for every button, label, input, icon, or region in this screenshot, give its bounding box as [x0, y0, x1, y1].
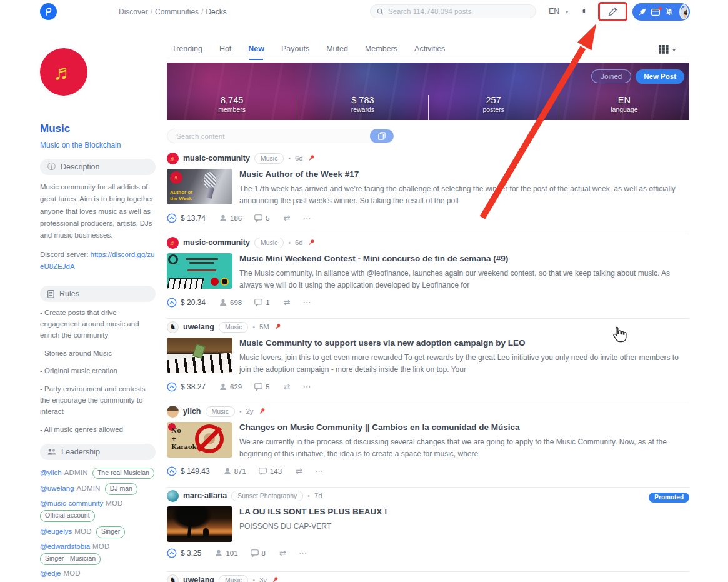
post-excerpt[interactable]: The Music community, in alliance with @l…	[239, 268, 689, 291]
tab-payouts[interactable]: Payouts	[281, 44, 309, 54]
community-title[interactable]: Music	[40, 123, 156, 135]
author-avatar[interactable]: ♞	[167, 321, 179, 333]
community-badge[interactable]: Music	[254, 238, 284, 248]
tab-members[interactable]: Members	[365, 44, 397, 54]
post-excerpt[interactable]: POISSONS DU CAP-VERT	[239, 521, 689, 533]
comments-count[interactable]: 143	[259, 468, 282, 475]
tab-muted[interactable]: Muted	[326, 44, 348, 54]
post-author[interactable]: ylich	[183, 407, 201, 416]
votes-count[interactable]: 629	[219, 383, 242, 391]
wallet-icon[interactable]	[651, 9, 660, 16]
post-author[interactable]: music-community	[183, 154, 250, 163]
search-input[interactable]	[388, 8, 529, 15]
community-tagline-link[interactable]: Music on the Blockchain	[40, 141, 156, 149]
breadcrumb-discover[interactable]: Discover	[119, 8, 148, 16]
post-author[interactable]: marc-allaria	[183, 491, 227, 500]
reblog-icon[interactable]: ⇄	[284, 298, 291, 307]
upvote-button[interactable]	[167, 298, 177, 308]
more-options-icon[interactable]: ⋯	[303, 298, 312, 307]
copy-filter-button[interactable]	[370, 129, 394, 143]
votes-count[interactable]: 101	[215, 549, 237, 557]
leader-username[interactable]: @ylich	[40, 469, 62, 476]
upvote-button[interactable]	[167, 466, 177, 476]
post-age[interactable]: 6d	[295, 154, 303, 162]
user-avatar[interactable]	[679, 4, 689, 19]
more-options-icon[interactable]: ⋯	[299, 548, 307, 558]
new-post-button[interactable]: New Post	[636, 69, 684, 84]
author-avatar[interactable]: ♞	[167, 574, 179, 582]
votes-count[interactable]: 871	[224, 468, 246, 475]
reblog-icon[interactable]: ⇄	[279, 548, 286, 558]
post-age[interactable]: 7d	[314, 492, 322, 499]
tab-new[interactable]: New	[248, 44, 264, 54]
community-badge[interactable]: Music	[219, 322, 248, 333]
community-avatar[interactable]: ♬	[40, 48, 87, 96]
post-title[interactable]: Music Mini Weekend Contest - Mini concur…	[239, 253, 689, 264]
post-thumbnail[interactable]	[167, 506, 232, 542]
author-avatar[interactable]	[167, 490, 179, 502]
comments-count[interactable]: 8	[251, 549, 266, 557]
author-avatar[interactable]: ♬	[167, 237, 179, 249]
breadcrumb-communities[interactable]: Communities	[155, 8, 199, 16]
layout-switcher[interactable]: ▾	[659, 45, 676, 54]
upvote-button[interactable]	[167, 213, 177, 223]
post-thumbnail[interactable]	[167, 338, 232, 373]
post-payout[interactable]: $ 149.43	[181, 467, 210, 476]
post-thumbnail[interactable]	[167, 253, 232, 289]
theme-toggle-icon[interactable]: ◐	[582, 5, 588, 16]
leader-username[interactable]: @uwelang	[40, 484, 74, 492]
post-title[interactable]: Music Community to support users via new…	[239, 338, 689, 348]
content-search-input[interactable]	[167, 133, 370, 140]
votes-count[interactable]: 698	[219, 299, 242, 306]
post-payout[interactable]: $ 20.34	[181, 298, 206, 307]
leader-username[interactable]: @edje	[40, 569, 61, 577]
post-age[interactable]: 6d	[295, 239, 303, 246]
comments-count[interactable]: 1	[254, 299, 269, 306]
post-title[interactable]: Music Author of the Week #17	[239, 169, 689, 179]
post-thumbnail[interactable]: No+Karaoke	[167, 422, 232, 458]
notifications-muted-bell-icon[interactable]	[665, 8, 674, 16]
author-avatar[interactable]	[167, 406, 179, 418]
tab-hot[interactable]: Hot	[219, 44, 231, 54]
post-thumbnail[interactable]: ♬ Author ofthe Week	[167, 169, 232, 204]
joined-button[interactable]: Joined	[591, 69, 631, 83]
reblog-icon[interactable]: ⇄	[284, 213, 291, 223]
community-badge[interactable]: Music	[219, 575, 248, 582]
post-age[interactable]: 2y	[246, 408, 253, 415]
language-selector[interactable]: EN ▾	[549, 7, 568, 16]
post-payout[interactable]: $ 3.25	[181, 549, 201, 558]
post-excerpt[interactable]: The 17th week has arrived and we're faci…	[239, 183, 689, 207]
peakd-logo-icon[interactable]	[40, 3, 57, 20]
leader-username[interactable]: @eugelys	[40, 528, 72, 535]
tab-activities[interactable]: Activities	[414, 44, 445, 54]
upvote-button[interactable]	[167, 382, 177, 392]
community-badge[interactable]: Music	[254, 153, 284, 164]
leader-username[interactable]: @music-community	[40, 499, 103, 507]
votes-count[interactable]: 186	[219, 214, 242, 222]
breadcrumb-decks[interactable]: Decks	[206, 8, 226, 16]
post-author[interactable]: uwelang	[183, 576, 214, 582]
reblog-icon[interactable]: ⇄	[284, 382, 291, 391]
pencil-icon[interactable]	[607, 6, 618, 17]
post-author[interactable]: uwelang	[183, 323, 214, 331]
community-badge[interactable]: Sunset Photography	[231, 491, 303, 501]
author-avatar[interactable]: ♬	[167, 153, 179, 164]
tab-trending[interactable]: Trending	[172, 44, 202, 54]
community-badge[interactable]: Music	[206, 406, 235, 417]
post-excerpt[interactable]: We are currently in the process of discu…	[239, 436, 689, 460]
more-options-icon[interactable]: ⋯	[303, 213, 312, 223]
post-payout[interactable]: $ 38.27	[181, 383, 206, 391]
upvote-button[interactable]	[167, 548, 177, 558]
leader-username[interactable]: @edwardstobia	[40, 543, 90, 550]
post-excerpt[interactable]: Music lovers, join this to get even more…	[239, 352, 689, 376]
more-options-icon[interactable]: ⋯	[303, 382, 312, 391]
post-age[interactable]: 5M	[259, 323, 269, 331]
reblog-icon[interactable]: ⇄	[296, 466, 302, 476]
comments-count[interactable]: 5	[254, 214, 269, 222]
rocket-icon[interactable]	[638, 8, 646, 16]
post-author[interactable]: music-community	[183, 238, 250, 247]
more-options-icon[interactable]: ⋯	[315, 466, 324, 476]
post-age[interactable]: 3y	[259, 576, 267, 582]
post-title[interactable]: Changes on Music Community || Cambios en…	[239, 422, 689, 433]
post-payout[interactable]: $ 13.74	[181, 214, 206, 223]
